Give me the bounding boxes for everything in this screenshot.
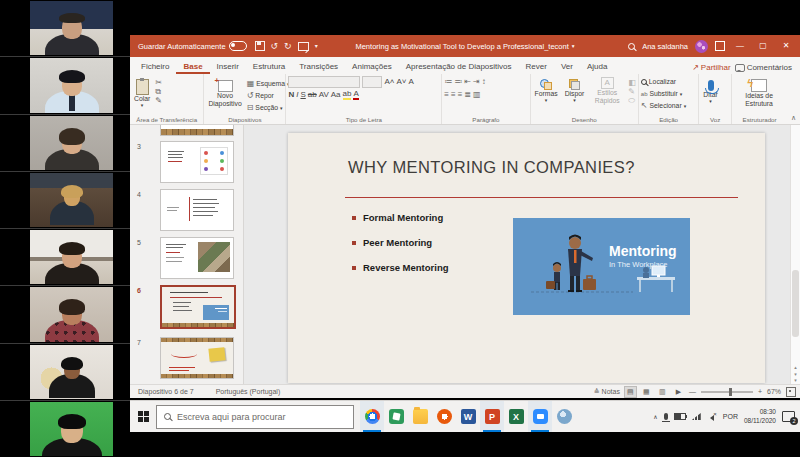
thumbnail-slide-3[interactable]: 3 [130,141,243,187]
slide-editing-area[interactable]: WHY MENTORING IN COMPANIES? Formal Mento… [244,125,800,384]
thumbnail-slide-6-selected[interactable]: 6 [130,285,243,333]
align-right-icon[interactable]: ≡ [458,91,463,99]
user-avatar[interactable] [695,40,708,53]
tray-expand-icon[interactable]: ∧ [653,413,657,420]
keyboard-language[interactable]: POR [723,413,738,420]
layout-button[interactable]: ▦Esquema▾ [247,78,290,89]
thumbnail-slide-4[interactable]: 4 [130,189,243,235]
reset-button[interactable]: ↺Repor [247,90,290,101]
language-status[interactable]: Português (Portugal) [216,388,281,395]
tab-transicoes[interactable]: Transições [292,62,345,74]
mentoring-workplace-graphic[interactable]: Mentoring In The Workplace [513,218,690,315]
file-explorer-taskbar-button[interactable] [408,401,432,432]
clock[interactable]: 08:30 08/11/2020 [744,408,776,424]
select-button[interactable]: ↖Selecionar▾ [641,100,697,111]
fit-to-window-icon[interactable] [786,387,796,397]
orange-app-taskbar-button[interactable] [432,401,456,432]
shape-effects-icon[interactable]: ⬭ [628,97,636,105]
numbering-icon[interactable]: ≕ [454,78,462,86]
slide-sorter-icon[interactable]: ▦ [641,387,652,397]
reading-view-icon[interactable]: ▥ [657,387,668,397]
replace-button[interactable]: abSubstituir▾ [641,88,697,99]
title-dropdown-icon[interactable]: ▾ [572,43,575,49]
character-spacing-button[interactable]: AV [319,90,329,99]
thumbnail-slide-7[interactable]: 7 [130,337,243,383]
powerpoint-taskbar-button[interactable]: P [480,401,504,432]
paste-button[interactable]: Colar▾ [132,76,152,114]
zoom-level[interactable]: 67% [767,388,781,395]
clear-format-icon[interactable]: A [408,77,413,86]
columns-icon[interactable]: ▥ [473,91,481,99]
shape-outline-icon[interactable]: ✎ [628,88,636,96]
section-button[interactable]: ⊟Secção▾ [247,102,290,113]
undo-icon[interactable]: ↺ [271,42,279,51]
find-button[interactable]: Localizar [641,76,697,87]
chrome-taskbar-button[interactable] [360,401,384,432]
grow-font-icon[interactable]: A˄ [384,77,394,86]
green-app-taskbar-button[interactable] [384,401,408,432]
battery-icon[interactable] [674,413,686,420]
taskbar-search[interactable]: Escreva aqui para procurar [156,405,354,429]
align-left-icon[interactable]: ≡ [444,91,449,99]
excel-taskbar-button[interactable]: X [504,401,528,432]
font-name-select[interactable] [288,76,360,88]
ribbon-display-options-icon[interactable] [715,41,725,51]
highlight-color-button[interactable]: ab [343,89,352,100]
quick-styles-button[interactable]: A Estilos Rápidos [589,76,625,114]
tab-base[interactable]: Base [176,62,209,74]
share-button[interactable]: ↗Partilhar [692,63,731,72]
minimize-button[interactable]: — [732,35,748,57]
present-icon[interactable] [298,42,309,51]
microphone-tray-icon[interactable] [664,413,668,420]
design-ideas-button[interactable]: Ideias de Estrutura [734,76,784,114]
tab-rever[interactable]: Rever [519,62,554,74]
font-size-select[interactable] [362,76,382,88]
collapse-ribbon-icon[interactable]: ∧ [787,74,800,124]
close-button[interactable]: ✕ [778,35,794,57]
redo-icon[interactable]: ↻ [284,42,292,51]
participant-video-3[interactable] [0,114,130,171]
scrollbar-thumb[interactable] [792,270,799,337]
tab-inserir[interactable]: Inserir [210,62,246,74]
word-taskbar-button[interactable]: W [456,401,480,432]
slide-scrollbar[interactable]: ▴▾▾ [790,125,800,384]
tab-ficheiro[interactable]: Ficheiro [134,62,176,74]
maximize-button[interactable]: ▢ [755,35,771,57]
copy-icon[interactable]: ⧉ [155,88,162,96]
bold-button[interactable]: N [288,90,294,99]
tab-animacoes[interactable]: Animações [345,62,399,74]
font-color-button[interactable]: A [353,89,358,100]
zoom-slider-thumb[interactable] [729,388,732,396]
normal-view-icon[interactable]: ▤ [625,387,636,397]
qat-dropdown-icon[interactable]: ▾ [315,43,318,49]
thumbnail-slide-2-partial[interactable] [130,125,243,137]
zoom-taskbar-button[interactable] [528,401,552,432]
start-button[interactable] [130,401,156,432]
arrange-button[interactable]: Dispor▾ [563,76,587,114]
dictate-button[interactable]: Ditar▾ [701,76,719,114]
comments-button[interactable]: Comentários [735,63,792,72]
thumbnail-slide-5[interactable]: 5 [130,237,243,283]
justify-icon[interactable]: ≣ [464,91,471,99]
slide-title[interactable]: WHY MENTORING IN COMPANIES? [348,158,635,177]
notes-button[interactable]: ≙Notas [594,388,620,396]
bullets-icon[interactable]: ≔ [444,78,452,86]
cut-icon[interactable]: ✂ [155,79,162,87]
blue-app-taskbar-button[interactable] [552,401,576,432]
indent-icon[interactable]: ⇥ [473,78,480,86]
zoom-out-icon[interactable]: — [689,388,696,395]
change-case-button[interactable]: Aa [331,90,341,99]
new-slide-button[interactable]: Novo Diapositivo [206,76,243,114]
participant-video-4[interactable] [0,171,130,228]
italic-button[interactable]: I [296,90,298,99]
volume-muted-icon[interactable] [707,413,717,420]
tab-ajuda[interactable]: Ajuda [580,62,614,74]
participant-video-1[interactable] [0,0,130,56]
network-icon[interactable] [692,413,701,420]
shrink-font-icon[interactable]: A˅ [396,77,406,86]
zoom-slider[interactable] [701,391,753,393]
search-icon[interactable] [628,43,635,50]
tab-ver[interactable]: Ver [554,62,580,74]
slide-bullet-list[interactable]: Formal Mentoring Peer Mentoring Reverse … [352,205,449,280]
participant-video-5[interactable] [0,228,130,285]
